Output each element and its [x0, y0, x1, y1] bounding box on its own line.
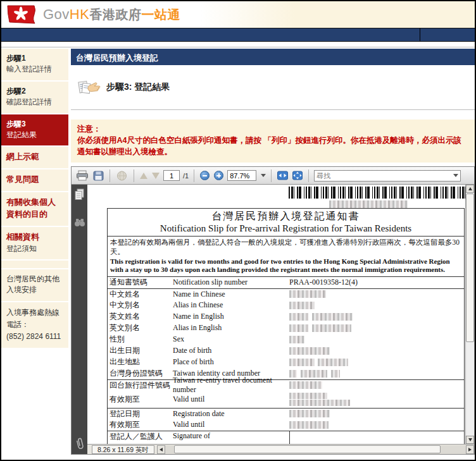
toolbar-separator: [194, 169, 194, 182]
govhk-logo[interactable]: GovHK香港政府一站通: [43, 6, 180, 23]
zoom-in-icon: [214, 171, 223, 180]
scroll-right-button[interactable]: [466, 445, 474, 454]
scroll-left-button[interactable]: [157, 445, 165, 454]
sidebar-hotline: 入境事務處熱線電話： (852) 2824 6111: [1, 302, 68, 350]
faq-link[interactable]: 常見問題: [6, 175, 39, 184]
search-panel-button[interactable]: [74, 218, 85, 227]
hk-flag-logo[interactable]: [6, 5, 37, 25]
field-label-zh: 通知書號碼: [110, 277, 173, 288]
vertical-scrollbar-track[interactable]: [466, 343, 474, 436]
document-title-box: 台灣居民預辦入境登記通知書 Notification Slip for Pre-…: [107, 208, 465, 237]
zoom-dropdown-arrow[interactable]: [261, 174, 266, 177]
previous-page-button[interactable]: [139, 172, 148, 180]
field-label-en: Name in English: [173, 312, 289, 321]
scroll-down-icon: [468, 438, 472, 441]
vertical-scrollbar[interactable]: [465, 185, 474, 444]
field-label-en: Notification slip number: [173, 278, 289, 287]
notice-label: 注意：: [77, 124, 468, 135]
horizontal-scrollbar-track[interactable]: [165, 445, 466, 454]
save-button[interactable]: [92, 170, 104, 181]
step1-title: 步驟1: [6, 53, 63, 64]
field-label-en: registrant/guardian: [173, 443, 289, 444]
sidebar-step-2: 步驟2 確認登記詳情: [1, 82, 68, 114]
fit-page-button[interactable]: [292, 170, 303, 181]
sidebar-item-data-purpose[interactable]: 有關收集個人資料的目的: [1, 192, 68, 227]
attachments-button[interactable]: [75, 438, 85, 450]
field-label-zh: 有效期至: [110, 419, 173, 430]
toolbar-separator: [271, 169, 272, 182]
sidebar-item-online-demo[interactable]: 網上示範: [1, 147, 68, 169]
zoom-level-input[interactable]: [227, 170, 256, 181]
field-label-zh: 登記日期: [110, 409, 173, 419]
govhk-page: GovHK香港政府一站通 步驟1 輸入登記詳情 步驟2 確認登記詳情 步驟3 登…: [0, 0, 476, 461]
field-label-en: Name in Chinese: [173, 290, 289, 299]
data-purpose-link[interactable]: 有關收集個人資料的目的: [6, 197, 56, 219]
table-row-sex: 性別 Sex: [108, 334, 464, 345]
find-input[interactable]: [316, 172, 452, 180]
step1-subtitle: 輸入登記詳情: [6, 64, 63, 75]
step3-subtitle: 登記結果: [6, 130, 63, 140]
paperclip-icon: [75, 438, 85, 450]
find-dropdown-arrow[interactable]: [453, 174, 458, 177]
field-label-en: Alias in Chinese: [173, 300, 289, 310]
horizontal-scrollbar-thumb[interactable]: [174, 445, 441, 453]
hk-flag-icon: [6, 5, 37, 25]
globe-icon: [116, 170, 128, 181]
registration-notes-link[interactable]: 登記須知: [6, 243, 63, 254]
find-box[interactable]: [314, 170, 461, 181]
online-demo-link[interactable]: 網上示範: [6, 152, 39, 161]
sidebar: 步驟1 輸入登記詳情 步驟2 確認登記詳情 步驟3 登記結果 網上示範 常見問題: [1, 49, 68, 349]
field-value-redacted: [289, 421, 464, 429]
validity-text-zh: 本登記的有效期為兩個月，倘登記人符合一般的入境規定，可獲准進入香港特別行政區兩次…: [110, 238, 461, 257]
barcode: [289, 187, 465, 199]
scroll-down-button[interactable]: [466, 436, 474, 444]
zoom-out-button[interactable]: [199, 170, 210, 181]
table-row-place-of-birth: 出生地點 Place of birth: [108, 357, 464, 368]
binoculars-icon: [74, 218, 85, 227]
field-label-en: Valid until: [173, 420, 289, 429]
signature-empty-cell: [289, 431, 464, 445]
field-label-zh: 出生地點: [110, 357, 173, 367]
page-number-input[interactable]: [163, 170, 180, 181]
pdf-nav-strip: [72, 185, 87, 454]
fit-page-icon: [292, 171, 303, 180]
sidebar-item-other-arrangements[interactable]: 台灣居民的其他入境安排: [1, 269, 68, 302]
step2-title: 步驟2: [6, 86, 63, 97]
toolbar-separator: [110, 169, 110, 182]
next-page-button[interactable]: [151, 172, 160, 180]
registration-details-table: 通知書號碼 Notification slip number PRAA-0019…: [107, 277, 465, 445]
field-label-en: Alias in English: [173, 323, 289, 333]
logo-gov-text: Gov: [43, 6, 70, 23]
step3-title: 步驟3: [6, 119, 63, 130]
page-thumbnails-button[interactable]: [74, 188, 85, 200]
notice-text: 你必須使用A4尺寸的白色空白紙張列印通知書，請按 「列印」按鈕進行列印。你在抵港…: [77, 135, 468, 158]
scroll-left-icon: [160, 448, 163, 452]
logo-hk-text: HK: [70, 6, 90, 23]
print-icon: [76, 170, 89, 181]
scroll-right-icon: [468, 448, 472, 452]
page-size-label: 8.26 x 11.69 英吋: [92, 445, 154, 454]
field-label-zh: 英文姓名: [110, 311, 173, 322]
field-label-zh: 台灣身份證號碼: [110, 368, 173, 379]
content-area: 步驟1 輸入登記詳情 步驟2 確認登記詳情 步驟3 登記結果 網上示範 常見問題: [1, 42, 475, 455]
zoom-in-button[interactable]: [213, 170, 224, 181]
field-label-en: Taiwan re-entry travel document number: [173, 376, 289, 395]
hotline-label: 入境事務處熱線電話：: [6, 307, 63, 331]
pdf-toolbar: /1: [72, 167, 474, 185]
print-button[interactable]: [75, 169, 89, 181]
field-value-redacted: [289, 313, 464, 321]
table-row-name-chinese: 中文姓名 Name in Chinese: [108, 288, 464, 300]
scroll-up-button[interactable]: [466, 185, 474, 193]
other-arrangements-link[interactable]: 台灣居民的其他入境安排: [6, 274, 60, 294]
related-info-title: 相關資料: [6, 231, 63, 243]
email-share-button[interactable]: [115, 169, 128, 182]
field-value-redacted: [289, 410, 464, 417]
field-value-redacted: [289, 336, 464, 343]
step-heading-text: 步驟3: 登記結果: [106, 82, 170, 93]
field-label-zh: 登記人／監護人: [110, 431, 173, 442]
field-label-zh: 回台旅行證件號碼: [110, 380, 173, 391]
fit-width-button[interactable]: [277, 170, 289, 181]
sidebar-item-faq[interactable]: 常見問題: [1, 169, 68, 192]
vertical-scrollbar-thumb[interactable]: [466, 194, 474, 342]
field-label-zh: 簽署: [110, 443, 173, 444]
